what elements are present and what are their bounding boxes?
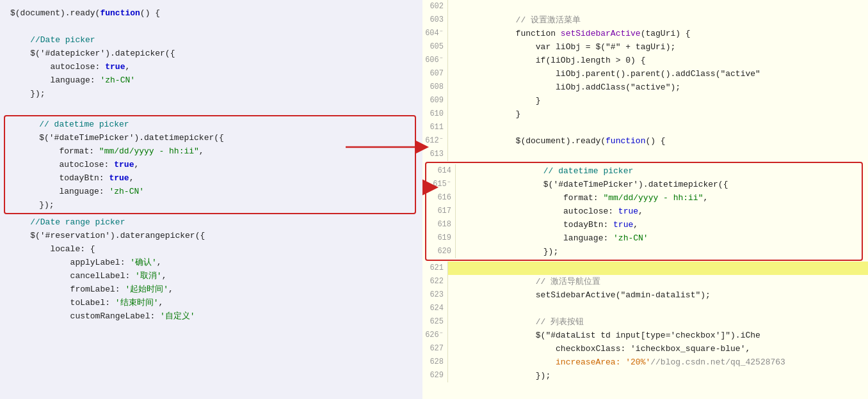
line-number: 604⁻ xyxy=(422,27,448,40)
line-row: 607 liObj.parent().parent().addClass("ac… xyxy=(422,67,868,81)
left-line: $('#datepicker').datepicker({ xyxy=(0,47,422,60)
line-content: // 设置激活菜单 xyxy=(448,13,868,27)
line-content: $(document).ready(function() { xyxy=(448,134,868,148)
line-row: 624 xyxy=(422,302,868,315)
left-line: }); xyxy=(9,198,411,212)
line-number: 608 xyxy=(422,81,448,94)
line-row: 610 } xyxy=(422,107,868,121)
left-line: }); xyxy=(0,87,422,100)
line-row: 604⁻ function setSidebarActive(tagUri) { xyxy=(422,27,868,40)
line-content: autoclose: true, xyxy=(456,205,858,218)
left-line: fromLabel: '起始时间', xyxy=(0,283,422,296)
line-content: todayBtn: true, xyxy=(456,218,858,231)
left-line: applyLabel: '确认', xyxy=(0,256,422,269)
line-row: 625 // 列表按钮 xyxy=(422,315,868,329)
line-row: 626⁻ $("#dataList td input[type='checkbo… xyxy=(422,329,868,342)
line-content: increaseArea: '20%'//blog.csdn.net/qq_42… xyxy=(448,356,868,369)
line-number: 623 xyxy=(422,288,448,302)
line-row: 616 format: "mm/dd/yyyy - hh:ii", xyxy=(430,191,858,205)
left-line: locale: { xyxy=(0,242,422,256)
line-number: 609 xyxy=(422,94,448,107)
line-content: }); xyxy=(456,245,858,258)
line-content: setSidebarActive("admin-datalist"); xyxy=(448,288,868,302)
left-line: language: 'zh-CN' xyxy=(0,74,422,87)
left-line: cancelLabel: '取消', xyxy=(0,269,422,283)
line-content xyxy=(448,121,868,134)
line-number: 607 xyxy=(422,67,448,81)
line-number: 629 xyxy=(422,369,448,382)
right-code-panel: 602603 // 设置激活菜单604⁻ function setSidebar… xyxy=(422,0,868,399)
line-row: 617 autoclose: true, xyxy=(430,205,858,218)
line-row: 618 todayBtn: true, xyxy=(430,218,858,231)
line-row: 620 }); xyxy=(430,245,858,258)
line-content xyxy=(448,302,868,315)
left-line xyxy=(0,100,422,114)
line-content: language: 'zh-CN' xyxy=(456,231,858,245)
line-number: 619 xyxy=(430,231,456,245)
line-number: 616 xyxy=(430,191,456,205)
left-line: toLabel: '结束时间', xyxy=(0,296,422,309)
line-row: 622 // 激活导航位置 xyxy=(422,275,868,288)
line-number: 624 xyxy=(422,302,448,315)
line-content xyxy=(448,262,868,275)
line-number: 625 xyxy=(422,315,448,329)
highlight-box-right: 614 // datetime picker615⁻ $('#dateTimeP… xyxy=(425,162,863,261)
line-content: function setSidebarActive(tagUri) { xyxy=(448,27,868,40)
line-row: 628 increaseArea: '20%'//blog.csdn.net/q… xyxy=(422,356,868,369)
line-number: 617 xyxy=(430,205,456,218)
line-row: 608 liObj.addClass("active"); xyxy=(422,81,868,94)
line-row: 612⁻ $(document).ready(function() { xyxy=(422,134,868,148)
line-row: 611 xyxy=(422,121,868,134)
line-row: 606⁻ if(liObj.length > 0) { xyxy=(422,54,868,67)
line-number: 606⁻ xyxy=(422,54,448,67)
line-number: 626⁻ xyxy=(422,329,448,342)
line-number: 627 xyxy=(422,342,448,356)
line-content: // datetime picker xyxy=(456,164,858,178)
line-number: 622 xyxy=(422,275,448,288)
line-row: 623 setSidebarActive("admin-datalist"); xyxy=(422,288,868,302)
line-row: 602 xyxy=(422,0,868,13)
line-row: 627 checkboxClass: 'icheckbox_square-blu… xyxy=(422,342,868,356)
line-content: } xyxy=(448,107,868,121)
line-content: $('#dateTimePicker').datetimepicker({ xyxy=(456,178,858,191)
line-content: } xyxy=(448,94,868,107)
left-line: //Date picker xyxy=(0,33,422,47)
line-content xyxy=(448,148,868,161)
line-content: // 列表按钮 xyxy=(448,315,868,329)
line-content: liObj.addClass("active"); xyxy=(448,81,868,94)
line-row: 609 } xyxy=(422,94,868,107)
line-row: 615⁻ $('#dateTimePicker').datetimepicker… xyxy=(430,178,858,191)
line-content: $("#dataList td input[type='checkbox']")… xyxy=(448,329,868,342)
line-number: 605 xyxy=(422,40,448,54)
line-number: 628 xyxy=(422,356,448,369)
arrow-indicator xyxy=(346,128,474,192)
line-content: var liObj = $("#" + tagUri); xyxy=(448,40,868,54)
right-code-content: 602603 // 设置激活菜单604⁻ function setSidebar… xyxy=(422,0,868,382)
line-row: 605 var liObj = $("#" + tagUri); xyxy=(422,40,868,54)
left-line: autoclose: true, xyxy=(0,60,422,74)
line-row: 629 }); xyxy=(422,369,868,382)
left-line: $(document).ready(function() { xyxy=(0,6,422,20)
line-content xyxy=(448,0,868,13)
line-row: 614 // datetime picker xyxy=(430,164,858,178)
left-line: //Date range picker xyxy=(0,215,422,229)
line-content: // 激活导航位置 xyxy=(448,275,868,288)
line-row: 613 xyxy=(422,148,868,161)
line-content: if(liObj.length > 0) { xyxy=(448,54,868,67)
left-line: customRangeLabel: '自定义' xyxy=(0,309,422,323)
line-row: 621 xyxy=(422,262,868,275)
line-content: liObj.parent().parent().addClass("active… xyxy=(448,67,868,81)
line-number: 603 xyxy=(422,13,448,27)
left-line xyxy=(0,20,422,33)
line-number: 610 xyxy=(422,107,448,121)
line-row: 603 // 设置激活菜单 xyxy=(422,13,868,27)
left-line: $('#reservation').daterangepicker({ xyxy=(0,229,422,242)
line-row: 619 language: 'zh-CN' xyxy=(430,231,858,245)
line-content: }); xyxy=(448,369,868,382)
line-content: checkboxClass: 'icheckbox_square-blue', xyxy=(448,342,868,356)
left-code-panel: $(document).ready(function() { //Date pi… xyxy=(0,0,422,399)
line-number: 618 xyxy=(430,218,456,231)
line-number: 620 xyxy=(430,245,456,258)
line-number: 621 xyxy=(422,262,448,275)
line-number: 602 xyxy=(422,0,448,13)
